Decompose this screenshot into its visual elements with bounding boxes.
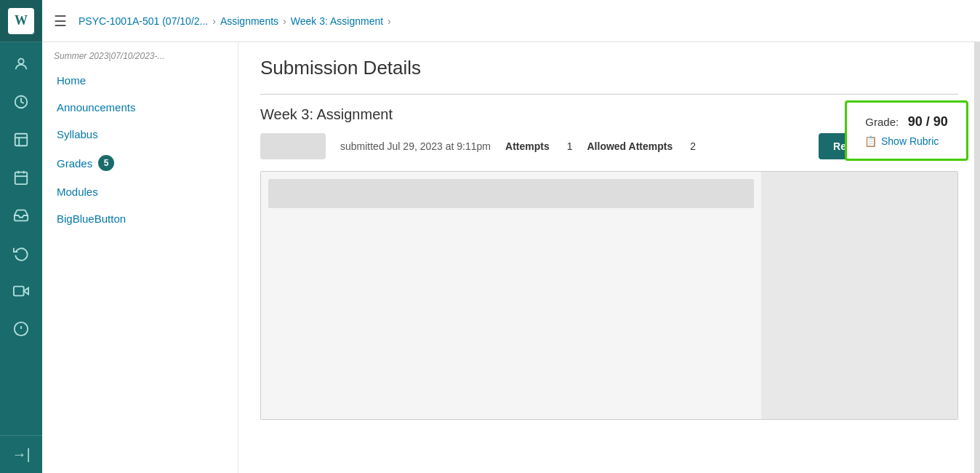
breadcrumb-current[interactable]: Week 3: Assignment <box>291 15 383 27</box>
sidebar-link-home[interactable]: Home <box>57 74 86 87</box>
svg-rect-5 <box>15 172 28 185</box>
breadcrumb-sep-2: › <box>283 15 286 27</box>
submitted-text: submitted Jul 29, 2023 at 9:11pm <box>340 140 491 152</box>
show-rubric-label: Show Rubric <box>881 135 939 147</box>
help-icon[interactable] <box>0 310 42 348</box>
inbox-icon[interactable] <box>0 196 42 234</box>
sidebar-link-modules[interactable]: Modules <box>57 186 98 198</box>
user-avatar <box>260 133 326 159</box>
sidebar-link-bigbluebutton[interactable]: BigBlueButton <box>57 212 126 225</box>
sidebar-item-home[interactable]: Home <box>42 67 238 94</box>
courses-icon[interactable] <box>0 121 42 159</box>
svg-marker-9 <box>24 287 28 294</box>
grades-badge: 5 <box>98 155 114 171</box>
submission-top-bar <box>268 179 754 208</box>
grade-box: Grade: 90 / 90 📋 Show Rubric <box>845 100 968 161</box>
sidebar-link-grades[interactable]: Grades <box>57 157 92 170</box>
collapse-icon: →| <box>12 446 30 463</box>
breadcrumb-sep-1: › <box>212 15 216 27</box>
calendar-icon[interactable] <box>0 159 42 196</box>
sidebar-item-grades[interactable]: Grades 5 <box>42 148 238 178</box>
attempts-value: 1 <box>567 140 573 152</box>
sidebar-item-announcements[interactable]: Announcements <box>42 94 238 121</box>
breadcrumb: PSYC-1001A-501 (07/10/2... › Assignments… <box>79 15 391 27</box>
svg-rect-10 <box>14 287 24 296</box>
submission-side-panel <box>761 172 957 419</box>
rail-logo-container[interactable]: W <box>0 0 42 42</box>
rail-icons-list <box>0 42 42 435</box>
collapse-rail-button[interactable]: →| <box>0 435 42 473</box>
submission-content-area <box>260 171 958 420</box>
svg-rect-2 <box>15 134 28 146</box>
main-area: ☰ PSYC-1001A-501 (07/10/2... › Assignmen… <box>42 0 980 473</box>
breadcrumb-course[interactable]: PSYC-1001A-501 (07/10/2... <box>79 15 208 27</box>
attempts-label: Attempts <box>505 140 550 152</box>
account-icon[interactable] <box>0 45 42 83</box>
rubric-icon: 📋 <box>864 135 877 147</box>
page-content: Grade: 90 / 90 📋 Show Rubric Submission … <box>238 42 980 473</box>
sidebar-link-announcements[interactable]: Announcements <box>57 101 135 114</box>
allowed-attempts-value: 2 <box>690 140 696 152</box>
sidebar-link-syllabus[interactable]: Syllabus <box>57 128 98 140</box>
content-row: Summer 2023|07/10/2023-... Home Announce… <box>42 42 980 473</box>
page-title: Submission Details <box>260 57 958 79</box>
grade-label: Grade: <box>865 116 899 128</box>
svg-point-0 <box>18 59 23 64</box>
sidebar-item-bigbluebutton[interactable]: BigBlueButton <box>42 205 238 232</box>
history-icon[interactable] <box>0 234 42 272</box>
grade-value: 90 / 90 <box>908 114 948 129</box>
allowed-attempts-label: Allowed Attempts <box>587 140 673 152</box>
page-inner: Grade: 90 / 90 📋 Show Rubric Submission … <box>238 42 980 434</box>
sidebar-item-modules[interactable]: Modules <box>42 178 238 205</box>
wordmark-logo: W <box>8 8 34 34</box>
sidebar-course-label: Summer 2023|07/10/2023-... <box>42 42 238 67</box>
hamburger-button[interactable]: ☰ <box>54 12 67 30</box>
top-nav: ☰ PSYC-1001A-501 (07/10/2... › Assignmen… <box>42 0 980 42</box>
sidebar: Summer 2023|07/10/2023-... Home Announce… <box>42 42 238 473</box>
show-rubric-button[interactable]: 📋 Show Rubric <box>864 135 939 147</box>
submission-main-panel <box>261 172 761 419</box>
icon-rail: W →| <box>0 0 42 473</box>
media-icon[interactable] <box>0 272 42 310</box>
sidebar-item-syllabus[interactable]: Syllabus <box>42 121 238 148</box>
breadcrumb-assignments[interactable]: Assignments <box>220 15 278 27</box>
grade-row: Grade: 90 / 90 <box>864 114 949 130</box>
breadcrumb-sep-3: › <box>387 15 391 27</box>
dashboard-icon[interactable] <box>0 83 42 121</box>
sidebar-nav: Home Announcements Syllabus Grades 5 Mod… <box>42 67 238 232</box>
